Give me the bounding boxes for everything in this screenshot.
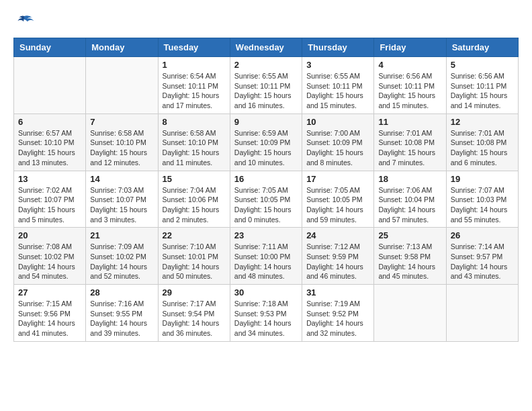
calendar-cell: 27Sunrise: 7:15 AM Sunset: 9:56 PM Dayli… [14, 285, 86, 342]
day-info: Sunrise: 7:09 AM Sunset: 10:02 PM Daylig… [90, 242, 153, 281]
calendar-cell: 3Sunrise: 6:55 AM Sunset: 10:11 PM Dayli… [302, 57, 374, 114]
weekday-header: Sunday [14, 38, 86, 57]
day-number: 31 [306, 287, 369, 298]
calendar-cell: 6Sunrise: 6:57 AM Sunset: 10:10 PM Dayli… [14, 113, 86, 171]
day-number: 1 [163, 60, 226, 70]
weekday-header: Thursday [302, 38, 374, 57]
day-info: Sunrise: 7:16 AM Sunset: 9:55 PM Dayligh… [90, 299, 153, 338]
calendar-cell: 12Sunrise: 7:01 AM Sunset: 10:08 PM Dayl… [446, 113, 518, 171]
day-info: Sunrise: 7:13 AM Sunset: 9:58 PM Dayligh… [378, 242, 441, 281]
calendar-cell: 23Sunrise: 7:11 AM Sunset: 10:00 PM Dayl… [230, 228, 302, 285]
calendar-cell: 18Sunrise: 7:06 AM Sunset: 10:04 PM Dayl… [374, 171, 446, 228]
day-number: 9 [234, 117, 298, 127]
day-number: 26 [451, 230, 514, 240]
logo-icon [13, 13, 35, 32]
day-number: 15 [163, 174, 226, 184]
day-number: 7 [90, 117, 153, 127]
calendar-week-row: 1Sunrise: 6:54 AM Sunset: 10:11 PM Dayli… [14, 57, 519, 114]
day-number: 17 [306, 174, 369, 184]
calendar-cell: 1Sunrise: 6:54 AM Sunset: 10:11 PM Dayli… [158, 57, 230, 114]
day-info: Sunrise: 6:55 AM Sunset: 10:11 PM Daylig… [234, 71, 298, 111]
day-number: 28 [90, 287, 153, 298]
day-number: 22 [163, 230, 226, 240]
calendar-cell: 19Sunrise: 7:07 AM Sunset: 10:03 PM Dayl… [446, 171, 518, 228]
calendar-week-row: 6Sunrise: 6:57 AM Sunset: 10:10 PM Dayli… [14, 113, 519, 171]
day-number: 12 [451, 117, 514, 127]
day-info: Sunrise: 7:01 AM Sunset: 10:08 PM Daylig… [378, 128, 441, 168]
day-number: 6 [18, 117, 81, 127]
day-number: 14 [90, 174, 153, 184]
day-number: 21 [90, 230, 153, 240]
weekday-header: Wednesday [230, 38, 302, 57]
day-info: Sunrise: 6:56 AM Sunset: 10:11 PM Daylig… [451, 71, 514, 111]
calendar-week-row: 27Sunrise: 7:15 AM Sunset: 9:56 PM Dayli… [14, 285, 519, 342]
calendar-cell: 8Sunrise: 6:58 AM Sunset: 10:10 PM Dayli… [158, 113, 230, 171]
weekday-header: Tuesday [158, 38, 230, 57]
day-number: 3 [306, 60, 369, 70]
day-number: 4 [378, 60, 441, 70]
day-info: Sunrise: 6:57 AM Sunset: 10:10 PM Daylig… [18, 128, 81, 168]
calendar-table: SundayMondayTuesdayWednesdayThursdayFrid… [13, 38, 519, 342]
calendar-cell: 2Sunrise: 6:55 AM Sunset: 10:11 PM Dayli… [230, 57, 302, 114]
day-number: 8 [163, 117, 226, 127]
calendar-cell: 25Sunrise: 7:13 AM Sunset: 9:58 PM Dayli… [374, 228, 446, 285]
weekday-header: Friday [374, 38, 446, 57]
day-number: 19 [451, 174, 514, 184]
day-number: 11 [378, 117, 441, 127]
calendar-cell [14, 57, 86, 114]
calendar-cell: 10Sunrise: 7:00 AM Sunset: 10:09 PM Dayl… [302, 113, 374, 171]
day-info: Sunrise: 6:55 AM Sunset: 10:11 PM Daylig… [306, 71, 369, 111]
day-info: Sunrise: 6:56 AM Sunset: 10:11 PM Daylig… [378, 71, 441, 111]
day-info: Sunrise: 7:03 AM Sunset: 10:07 PM Daylig… [90, 185, 153, 225]
calendar-cell: 14Sunrise: 7:03 AM Sunset: 10:07 PM Dayl… [86, 171, 158, 228]
calendar-cell: 7Sunrise: 6:58 AM Sunset: 10:10 PM Dayli… [86, 113, 158, 171]
day-info: Sunrise: 7:14 AM Sunset: 9:57 PM Dayligh… [451, 242, 514, 281]
day-info: Sunrise: 7:00 AM Sunset: 10:09 PM Daylig… [306, 128, 369, 168]
day-info: Sunrise: 7:07 AM Sunset: 10:03 PM Daylig… [451, 185, 514, 225]
calendar-cell [374, 285, 446, 342]
day-info: Sunrise: 7:05 AM Sunset: 10:05 PM Daylig… [306, 185, 369, 225]
day-number: 18 [378, 174, 441, 184]
calendar-cell: 21Sunrise: 7:09 AM Sunset: 10:02 PM Dayl… [86, 228, 158, 285]
day-info: Sunrise: 7:19 AM Sunset: 9:52 PM Dayligh… [306, 299, 369, 338]
calendar-cell: 22Sunrise: 7:10 AM Sunset: 10:01 PM Dayl… [158, 228, 230, 285]
day-number: 29 [163, 287, 226, 298]
day-info: Sunrise: 7:08 AM Sunset: 10:02 PM Daylig… [18, 242, 81, 281]
calendar-cell: 13Sunrise: 7:02 AM Sunset: 10:07 PM Dayl… [14, 171, 86, 228]
calendar-cell: 26Sunrise: 7:14 AM Sunset: 9:57 PM Dayli… [446, 228, 518, 285]
day-number: 10 [306, 117, 369, 127]
day-info: Sunrise: 7:11 AM Sunset: 10:00 PM Daylig… [234, 242, 298, 281]
day-number: 23 [234, 230, 298, 240]
calendar-cell: 16Sunrise: 7:05 AM Sunset: 10:05 PM Dayl… [230, 171, 302, 228]
day-info: Sunrise: 7:15 AM Sunset: 9:56 PM Dayligh… [18, 299, 81, 338]
calendar-cell: 30Sunrise: 7:18 AM Sunset: 9:53 PM Dayli… [230, 285, 302, 342]
calendar-cell: 17Sunrise: 7:05 AM Sunset: 10:05 PM Dayl… [302, 171, 374, 228]
logo [13, 13, 38, 32]
day-info: Sunrise: 7:12 AM Sunset: 9:59 PM Dayligh… [306, 242, 369, 281]
day-info: Sunrise: 7:05 AM Sunset: 10:05 PM Daylig… [234, 185, 298, 225]
day-number: 27 [18, 287, 81, 298]
day-number: 2 [234, 60, 298, 70]
calendar-cell: 28Sunrise: 7:16 AM Sunset: 9:55 PM Dayli… [86, 285, 158, 342]
calendar-cell: 24Sunrise: 7:12 AM Sunset: 9:59 PM Dayli… [302, 228, 374, 285]
day-number: 13 [18, 174, 81, 184]
day-info: Sunrise: 7:02 AM Sunset: 10:07 PM Daylig… [18, 185, 81, 225]
day-number: 30 [234, 287, 298, 298]
calendar-cell [86, 57, 158, 114]
page-header [13, 13, 519, 32]
calendar-cell: 29Sunrise: 7:17 AM Sunset: 9:54 PM Dayli… [158, 285, 230, 342]
calendar-week-row: 20Sunrise: 7:08 AM Sunset: 10:02 PM Dayl… [14, 228, 519, 285]
day-info: Sunrise: 7:04 AM Sunset: 10:06 PM Daylig… [163, 185, 226, 225]
day-info: Sunrise: 7:10 AM Sunset: 10:01 PM Daylig… [163, 242, 226, 281]
calendar-cell: 5Sunrise: 6:56 AM Sunset: 10:11 PM Dayli… [446, 57, 518, 114]
calendar-header-row: SundayMondayTuesdayWednesdayThursdayFrid… [14, 38, 519, 57]
calendar-cell: 31Sunrise: 7:19 AM Sunset: 9:52 PM Dayli… [302, 285, 374, 342]
calendar-cell: 20Sunrise: 7:08 AM Sunset: 10:02 PM Dayl… [14, 228, 86, 285]
day-info: Sunrise: 6:58 AM Sunset: 10:10 PM Daylig… [90, 128, 153, 168]
day-info: Sunrise: 6:59 AM Sunset: 10:09 PM Daylig… [234, 128, 298, 168]
day-number: 20 [18, 230, 81, 240]
calendar-cell: 11Sunrise: 7:01 AM Sunset: 10:08 PM Dayl… [374, 113, 446, 171]
calendar-cell: 15Sunrise: 7:04 AM Sunset: 10:06 PM Dayl… [158, 171, 230, 228]
weekday-header: Monday [86, 38, 158, 57]
calendar-week-row: 13Sunrise: 7:02 AM Sunset: 10:07 PM Dayl… [14, 171, 519, 228]
